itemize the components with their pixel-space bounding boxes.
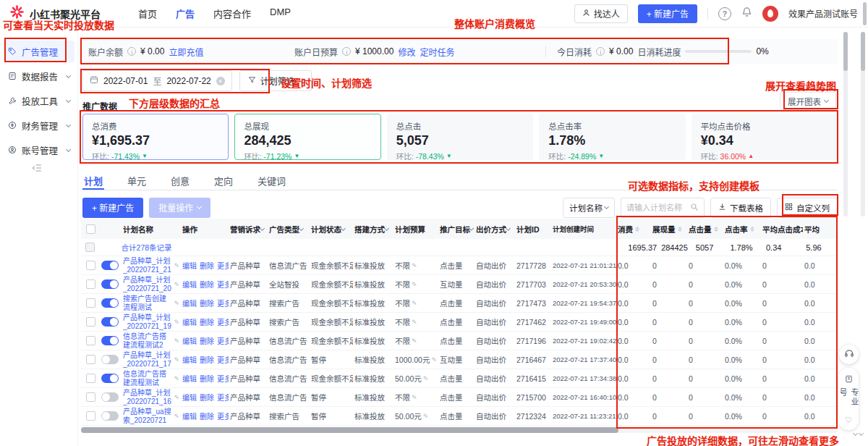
- plan-name-link[interactable]: 信息流广告搭建流程测试2: [123, 332, 172, 350]
- edit-link[interactable]: 编辑: [182, 298, 197, 308]
- more-link[interactable]: 更多: [217, 411, 229, 421]
- clear-date-icon[interactable]: [216, 77, 225, 85]
- tab-unit[interactable]: 单元: [126, 172, 148, 190]
- double-chevron-icon[interactable]: [854, 433, 863, 435]
- plan-filter-button[interactable]: 计划筛选: [239, 70, 312, 91]
- row-status-toggle[interactable]: [101, 298, 119, 308]
- plan-name-link[interactable]: 产品种草_计划_20220721_194854: [123, 314, 172, 331]
- select-all-checkbox[interactable]: [86, 224, 95, 234]
- col-ctr[interactable]: 点击率: [723, 224, 761, 235]
- budget-edit-pencil-icon[interactable]: ✎: [431, 356, 437, 363]
- edit-link[interactable]: 编辑: [182, 335, 197, 346]
- nav-content-coop[interactable]: 内容合作: [213, 7, 251, 20]
- plan-name-link[interactable]: 产品种草_ua搜索_20220721: [123, 408, 172, 425]
- tab-keywords[interactable]: 关键词: [256, 172, 287, 190]
- sidebar-collapse-icon[interactable]: [32, 162, 42, 175]
- search-icon[interactable]: [690, 201, 699, 214]
- info-icon[interactable]: [596, 47, 605, 56]
- sidebar-item-delivery-tools[interactable]: 投放工具: [0, 90, 77, 112]
- delete-link[interactable]: 删除: [200, 373, 214, 384]
- more-link[interactable]: 更多: [217, 298, 229, 308]
- summary-count-link[interactable]: 合计278条记录: [122, 242, 172, 253]
- budget-edit-pencil-icon[interactable]: ✎: [412, 300, 417, 307]
- rename-pencil-icon[interactable]: ✎: [174, 413, 179, 420]
- more-link[interactable]: 更多: [217, 392, 229, 403]
- budget-edit-pencil-icon[interactable]: ✎: [412, 337, 417, 345]
- col-cost[interactable]: 消费: [616, 224, 651, 235]
- custom-columns-button[interactable]: 自定义列: [777, 198, 838, 218]
- budget-edit-pencil-icon[interactable]: ✎: [423, 375, 429, 382]
- more-link[interactable]: 更多: [217, 335, 229, 346]
- plan-name-link[interactable]: 产品种草_计划_20220721_205324: [123, 276, 172, 293]
- col-ad-type[interactable]: 广告类型: [268, 224, 310, 235]
- col-clicks[interactable]: 点击量: [687, 224, 723, 235]
- date-range-picker[interactable]: 2022-07-01 至 2022-07-22: [82, 70, 232, 91]
- delete-link[interactable]: 删除: [200, 279, 214, 290]
- rename-pencil-icon[interactable]: ✎: [174, 375, 179, 382]
- expand-chart-button[interactable]: 展开图表: [780, 92, 836, 110]
- edit-link[interactable]: 编辑: [182, 392, 197, 403]
- plan-name-link[interactable]: 产品种草_计划_20220721_173648: [123, 351, 172, 369]
- row-status-toggle[interactable]: [101, 355, 119, 364]
- rename-pencil-icon[interactable]: ✎: [174, 262, 179, 269]
- info-icon[interactable]: [342, 47, 351, 56]
- delete-link[interactable]: 删除: [200, 298, 214, 308]
- more-link[interactable]: 更多: [217, 279, 229, 290]
- delete-link[interactable]: 删除: [200, 316, 214, 327]
- budget-edit-pencil-icon[interactable]: ✎: [412, 281, 417, 288]
- budget-edit-pencil-icon[interactable]: ✎: [412, 394, 417, 401]
- more-link[interactable]: 更多: [217, 373, 229, 384]
- avatar[interactable]: [762, 6, 778, 22]
- horizontal-scrollbar-thumb[interactable]: [81, 427, 618, 433]
- row-checkbox[interactable]: [86, 298, 95, 308]
- new-ad-button[interactable]: + 新建广告: [82, 198, 143, 218]
- delete-link[interactable]: 删除: [200, 354, 214, 365]
- row-checkbox[interactable]: [86, 355, 95, 364]
- stat-card-total-clicks[interactable]: 总点击 5,057 环比:-78.43%▼: [387, 114, 533, 160]
- bell-icon[interactable]: [741, 7, 752, 20]
- search-field-select[interactable]: 计划名称: [563, 198, 615, 218]
- customer-service-button[interactable]: [839, 345, 859, 364]
- stat-card-total-cost[interactable]: 总消费 ¥1,695.37 环比:-71.43%▼: [82, 114, 229, 160]
- col-build-mode[interactable]: 搭建方式: [353, 224, 393, 235]
- rename-pencil-icon[interactable]: ✎: [174, 394, 179, 401]
- page-scrollbar-thumb[interactable]: [863, 2, 867, 25]
- info-icon[interactable]: [127, 47, 136, 56]
- recharge-link[interactable]: 立即充值: [169, 46, 203, 58]
- tab-creative[interactable]: 创意: [169, 172, 191, 190]
- rename-pencil-icon[interactable]: ✎: [174, 356, 179, 363]
- row-checkbox[interactable]: [86, 317, 95, 327]
- find-kol-button[interactable]: 找达人: [574, 4, 628, 23]
- logo[interactable]: 小红书聚光平台: [10, 5, 101, 22]
- nav-ads[interactable]: 广告: [176, 7, 195, 20]
- delete-link[interactable]: 删除: [200, 260, 214, 271]
- sidebar-item-data-report[interactable]: 数据报告: [0, 65, 77, 87]
- row-checkbox[interactable]: [86, 392, 95, 402]
- edit-link[interactable]: 编辑: [182, 279, 197, 290]
- edit-link[interactable]: 编辑: [182, 411, 197, 421]
- row-status-toggle[interactable]: [101, 392, 119, 402]
- budget-edit-pencil-icon[interactable]: ✎: [412, 262, 417, 269]
- col-goal[interactable]: 推广目标: [438, 224, 475, 235]
- tab-targeting[interactable]: 定向: [213, 172, 234, 190]
- row-status-toggle[interactable]: [101, 261, 119, 270]
- timer-task-link[interactable]: 定时任务: [420, 46, 454, 58]
- col-plan-status[interactable]: 计划状态: [310, 224, 353, 235]
- col-avg-click-cost[interactable]: 平均点击成本: [761, 224, 803, 235]
- sidebar-item-account[interactable]: 账号管理: [0, 139, 77, 161]
- row-status-toggle[interactable]: [101, 336, 119, 345]
- row-checkbox[interactable]: [86, 411, 95, 421]
- stat-card-avg-click-price[interactable]: 平均点击价格 ¥0.34 环比:36.00%▲: [692, 114, 838, 160]
- date-end[interactable]: 2022-07-22: [166, 76, 210, 86]
- col-demand[interactable]: 营销诉求: [229, 224, 268, 235]
- row-checkbox[interactable]: [86, 261, 95, 270]
- col-cpm[interactable]: 平均: [803, 224, 838, 235]
- row-status-toggle[interactable]: [101, 374, 119, 383]
- row-checkbox[interactable]: [86, 279, 95, 289]
- plan-name-link[interactable]: 产品种草_计划_20220721_210048: [123, 257, 172, 274]
- edit-link[interactable]: 编辑: [182, 316, 197, 327]
- new-ad-button-top[interactable]: + 新建广告: [638, 4, 697, 23]
- nav-home[interactable]: 首页: [138, 7, 157, 20]
- horizontal-scrollbar[interactable]: [81, 427, 838, 433]
- delete-link[interactable]: 删除: [200, 335, 214, 346]
